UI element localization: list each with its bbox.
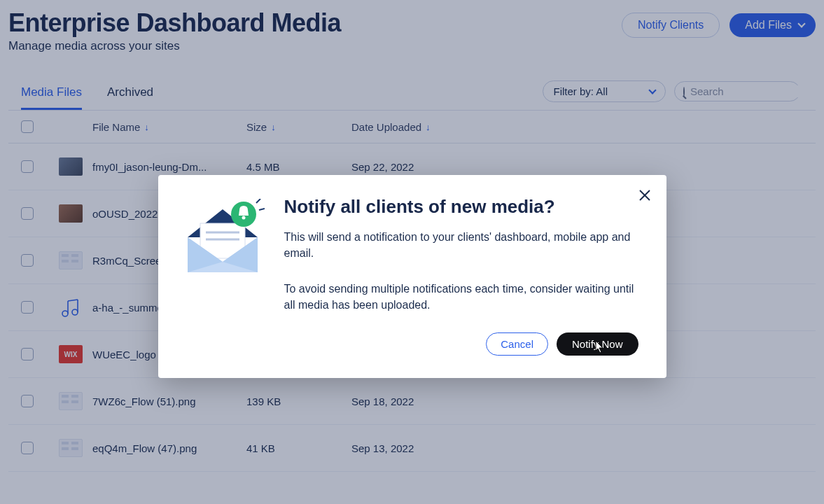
notification-illustration [181,196,265,356]
notify-modal: Notify all clients of new media? This wi… [158,175,666,379]
modal-actions: Cancel Notify Now [284,332,638,356]
close-icon[interactable] [638,188,651,206]
svg-line-29 [259,209,265,210]
modal-overlay[interactable]: Notify all clients of new media? This wi… [0,0,824,504]
modal-text-2: To avoid sending multiple notifications … [284,281,638,313]
modal-content: Notify all clients of new media? This wi… [284,196,638,356]
svg-line-28 [256,199,260,203]
cancel-button[interactable]: Cancel [486,332,548,356]
modal-text-1: This will send a notification to your cl… [284,229,638,261]
svg-point-27 [242,216,245,219]
modal-title: Notify all clients of new media? [284,196,638,218]
notify-now-button[interactable]: Notify Now [557,332,638,356]
